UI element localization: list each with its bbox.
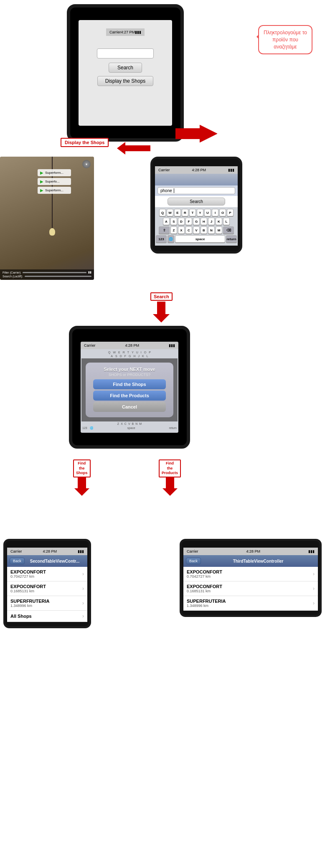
find-shops-button[interactable]: Find the Shops bbox=[93, 379, 166, 389]
speech-bubble: Πληκτρολογούμε το προϊόν που αναζητάμε bbox=[258, 25, 312, 54]
display-shops-button-top[interactable]: Display the Shops bbox=[97, 76, 154, 86]
svg-marker-3 bbox=[74, 477, 89, 496]
key-n[interactable]: N bbox=[208, 226, 215, 234]
key-x[interactable]: X bbox=[178, 226, 185, 234]
key-e[interactable]: E bbox=[174, 209, 181, 216]
key-f[interactable]: F bbox=[185, 218, 192, 225]
key-w[interactable]: W bbox=[167, 209, 173, 216]
item-name-left-3: SUPERFRUTERIA bbox=[10, 599, 50, 604]
key-v[interactable]: V bbox=[193, 226, 200, 234]
ar-item-name-3: Superform... bbox=[45, 188, 63, 192]
battery-left: ▮▮▮ bbox=[78, 549, 84, 553]
key-z[interactable]: Z bbox=[170, 226, 177, 234]
find-products-arrow-svg bbox=[162, 477, 178, 496]
list-item-left-3[interactable]: SUPERFRUTERIA 1.348996 km › bbox=[7, 596, 87, 611]
nav-title-left: SecondTableViewContr... bbox=[25, 559, 85, 563]
ar-items-overlay: ▶ Superform... ▶ Superfo... ▶ Superform.… bbox=[38, 169, 71, 194]
key-t[interactable]: T bbox=[189, 209, 196, 216]
key-k[interactable]: K bbox=[216, 218, 222, 225]
battery-iphone: ▮▮▮ bbox=[228, 168, 234, 172]
modal-title: Select your NEXT move bbox=[89, 367, 170, 372]
item-name-left-4: All Shops bbox=[10, 614, 32, 619]
iphone-screen-right: Carrier 4:28 PM ▮▮▮ Back ThirdTableViewC… bbox=[183, 548, 318, 611]
keyboard-row-3: ⇧ Z X C V B N M ⌫ bbox=[156, 226, 237, 234]
back-button-right[interactable]: Back bbox=[186, 558, 201, 564]
cancel-button-modal[interactable]: Cancel bbox=[93, 402, 166, 412]
item-name-right-3: SUPERFRUTERIA bbox=[187, 599, 226, 604]
svg-marker-4 bbox=[162, 477, 178, 496]
iphone-list-left-section: Carrier 4:28 PM ▮▮▮ Back SecondTableView… bbox=[3, 539, 91, 628]
search-bar-area: phone bbox=[155, 185, 238, 196]
item-distance-right-2: 0.1685131 km bbox=[187, 589, 222, 593]
list-item-left-4[interactable]: All Shops › bbox=[7, 611, 87, 622]
key-q[interactable]: Q bbox=[159, 209, 166, 216]
key-delete[interactable]: ⌫ bbox=[223, 226, 234, 234]
key-h[interactable]: H bbox=[201, 218, 207, 225]
key-o[interactable]: O bbox=[219, 209, 226, 216]
search-button-top[interactable]: Search bbox=[109, 63, 142, 73]
key-return[interactable]: return bbox=[226, 235, 237, 243]
time-label: 4:27 PM bbox=[121, 30, 135, 34]
find-products-button[interactable]: Find the Products bbox=[93, 391, 166, 401]
bg-keyboard-row2: A S D F G H J K L bbox=[81, 355, 178, 358]
key-c[interactable]: C bbox=[185, 226, 192, 234]
list-item-right-2[interactable]: EXPOCONFORT 0.1685131 km › bbox=[183, 581, 318, 596]
key-123[interactable]: 123 bbox=[156, 235, 167, 243]
ar-item-2: ▶ Superfo... bbox=[38, 178, 71, 185]
status-bar-left: Carrier 4:28 PM ▮▮▮ bbox=[7, 548, 87, 555]
key-u[interactable]: U bbox=[204, 209, 211, 216]
ar-filter-value: ▮▮ bbox=[88, 271, 91, 274]
modal-overlay: Select your NEXT move SHOPS or PRODUCTS?… bbox=[81, 358, 178, 421]
status-bar-top: Carrier 4:27 PM ▮▮▮ bbox=[106, 28, 145, 36]
status-bar-iphone-search: Carrier 4:28 PM ▮▮▮ bbox=[155, 166, 238, 174]
carrier-modal: Carrier bbox=[84, 343, 96, 348]
key-d[interactable]: D bbox=[178, 218, 185, 225]
key-globe[interactable]: 🌐 bbox=[168, 235, 174, 243]
search-field-display[interactable]: phone bbox=[157, 187, 235, 194]
ar-arrow-icon-3: ▶ bbox=[40, 188, 43, 193]
search-arrow-down: Search bbox=[150, 292, 173, 322]
ar-filter-slider[interactable] bbox=[23, 272, 86, 273]
chevron-right-3: › bbox=[313, 600, 315, 606]
key-y[interactable]: Y bbox=[197, 209, 203, 216]
lamp-bulb bbox=[49, 228, 55, 236]
key-l[interactable]: L bbox=[223, 218, 230, 225]
key-a[interactable]: A bbox=[163, 218, 170, 225]
ipad-content-top: Search Display the Shops bbox=[86, 36, 165, 119]
key-b[interactable]: B bbox=[201, 226, 207, 234]
key-r[interactable]: R bbox=[182, 209, 188, 216]
carrier-right: Carrier bbox=[187, 549, 198, 553]
arrow-right-svg bbox=[175, 123, 217, 144]
list-item-left-1[interactable]: EXPOCONFORT 0.7042727 km › bbox=[7, 567, 87, 581]
key-i[interactable]: I bbox=[212, 209, 218, 216]
nav-title-right: ThirdTableViewController bbox=[201, 559, 315, 563]
find-products-label: FindtheProducts bbox=[159, 459, 181, 477]
ar-search-slider[interactable] bbox=[25, 276, 91, 277]
list-item-left-2[interactable]: EXPOCONFORT 0.1685131 km › bbox=[7, 581, 87, 596]
keyboard-row-bottom: 123 🌐 space return bbox=[156, 235, 237, 243]
search-input-top[interactable] bbox=[97, 48, 154, 58]
key-g[interactable]: G bbox=[193, 218, 200, 225]
key-m[interactable]: M bbox=[216, 226, 222, 234]
time-modal: 4:28 PM bbox=[125, 343, 139, 348]
ar-filter-label: Filter (Carrier) bbox=[3, 271, 21, 274]
display-shops-label: Display the Shops bbox=[61, 138, 109, 147]
ar-background: ▶ Superform... ▶ Superfo... ▶ Superform.… bbox=[0, 157, 94, 280]
list-item-right-3[interactable]: SUPERFRUTERIA 1.348996 km › bbox=[183, 596, 318, 611]
list-item-right-1[interactable]: EXPOCONFORT 0.7042727 km › bbox=[183, 567, 318, 581]
key-j[interactable]: J bbox=[208, 218, 215, 225]
key-s[interactable]: S bbox=[170, 218, 177, 225]
list-item-content-left-4: All Shops bbox=[10, 614, 32, 619]
key-shift[interactable]: ⇧ bbox=[159, 226, 170, 234]
key-space[interactable]: space bbox=[175, 235, 225, 243]
carrier-left: Carrier bbox=[10, 549, 22, 553]
search-button-iphone[interactable]: Search bbox=[168, 198, 226, 206]
find-products-arrow: FindtheProducts bbox=[159, 459, 181, 496]
battery-right: ▮▮▮ bbox=[308, 549, 315, 553]
key-p[interactable]: P bbox=[227, 209, 234, 216]
back-button-left[interactable]: Back bbox=[10, 558, 25, 564]
ipad-frame-top: Carrier 4:27 PM ▮▮▮ Search Display the S… bbox=[67, 4, 184, 142]
chevron-left-2: › bbox=[82, 586, 84, 591]
svg-marker-2 bbox=[153, 302, 170, 322]
item-name-left-2: EXPOCONFORT bbox=[10, 584, 46, 589]
